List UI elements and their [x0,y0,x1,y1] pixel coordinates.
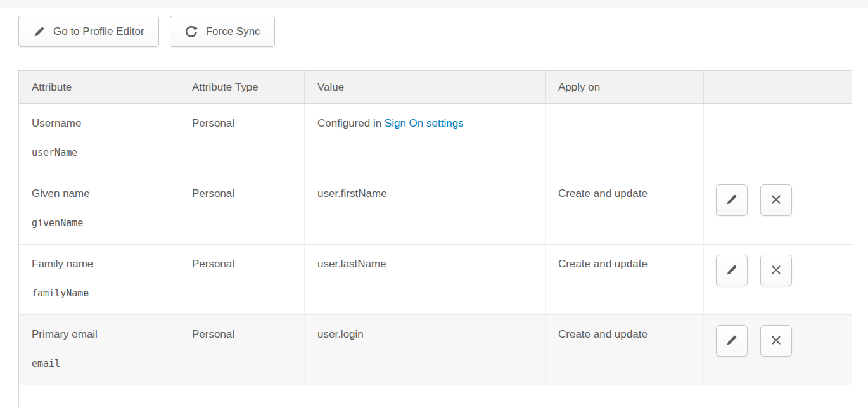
attribute-type-cell: Personal [179,174,305,244]
go-to-profile-editor-label: Go to Profile Editor [53,25,144,38]
delete-attribute-button[interactable] [760,255,792,286]
actions-cell [704,104,852,174]
attribute-type-cell: Personal [179,315,305,385]
edit-attribute-button[interactable] [716,255,748,286]
attribute-cell: Given name givenName [19,174,179,244]
table-row-primary-email: Primary email email Personal user.login … [19,315,852,385]
table-row-given-name: Given name givenName Personal user.first… [19,174,852,245]
attribute-variable-name: givenName [32,217,172,229]
force-sync-label: Force Sync [206,25,260,38]
pencil-icon [725,334,738,348]
attribute-label: Primary email [32,328,172,341]
apply-on-cell [546,104,704,174]
column-header-actions [704,71,852,103]
table-header-row: Attribute Attribute Type Value Apply on [19,71,852,104]
sign-on-settings-link[interactable]: Sign On settings [385,117,464,129]
close-icon [770,334,782,348]
partial-next-row [19,385,852,407]
attribute-variable-name: userName [32,147,172,158]
toolbar: Go to Profile Editor Force Sync [18,16,868,47]
attribute-label: Family name [32,258,172,271]
pencil-icon [725,264,738,278]
pencil-icon [725,193,738,208]
go-to-profile-editor-button[interactable]: Go to Profile Editor [18,16,159,47]
delete-attribute-button[interactable] [760,325,792,357]
value-text: Configured in [317,117,385,129]
delete-attribute-button[interactable] [760,184,792,216]
attribute-label: Given name [32,188,172,200]
attribute-label: Username [32,117,172,130]
attribute-cell: Primary email email [19,315,179,385]
table-row-family-name: Family name familyName Personal user.las… [19,245,852,315]
column-header-value: Value [305,71,546,103]
close-icon [770,193,782,208]
value-cell: user.lastName [305,245,546,314]
value-cell: user.login [305,315,546,385]
refresh-icon [184,25,198,39]
actions-cell [704,174,852,244]
actions-cell [704,315,852,385]
pencil-icon [33,25,46,38]
attribute-mappings-table: Attribute Attribute Type Value Apply on … [18,70,852,407]
actions-cell [704,245,852,314]
close-icon [770,264,782,278]
attribute-variable-name: email [32,358,172,369]
attribute-variable-name: familyName [32,288,172,299]
apply-on-cell: Create and update [546,315,704,385]
column-header-apply-on: Apply on [546,71,704,103]
apply-on-cell: Create and update [546,174,704,244]
table-row-username: Username userName Personal Configured in… [19,104,852,174]
page-top-divider [0,0,868,8]
attribute-cell: Username userName [19,104,179,174]
value-cell: user.firstName [305,174,546,244]
attribute-type-cell: Personal [179,104,305,174]
column-header-attribute: Attribute [19,71,179,103]
edit-attribute-button[interactable] [716,325,748,357]
attribute-cell: Family name familyName [19,245,179,314]
force-sync-button[interactable]: Force Sync [170,16,275,47]
edit-attribute-button[interactable] [716,184,748,216]
column-header-attribute-type: Attribute Type [179,71,305,103]
apply-on-cell: Create and update [546,245,704,314]
attribute-type-cell: Personal [179,245,305,314]
value-cell: Configured in Sign On settings [305,104,546,174]
